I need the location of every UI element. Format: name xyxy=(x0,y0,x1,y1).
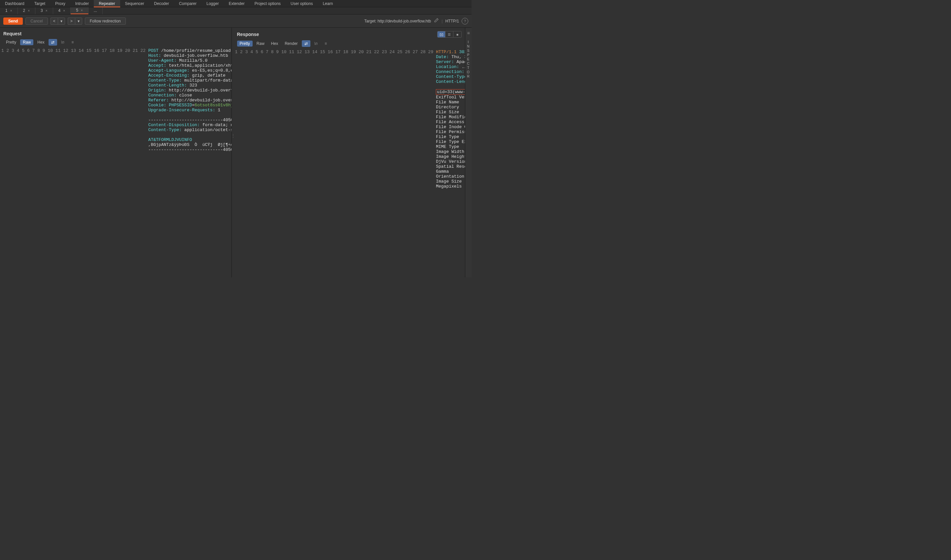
close-icon[interactable]: × xyxy=(10,7,12,14)
response-title: Response xyxy=(237,32,259,37)
top-tab-intruder[interactable]: Intruder xyxy=(70,0,94,7)
target-label: Target: http://devbuild-job.overflow.htb xyxy=(364,19,431,23)
inspector-label: INSPECTOR xyxy=(467,40,470,78)
top-tab-comparer[interactable]: Comparer xyxy=(174,0,202,7)
newline-icon[interactable]: \n xyxy=(58,39,67,46)
top-tab-extender[interactable]: Extender xyxy=(224,0,250,7)
sub-tab-...[interactable]: ... xyxy=(88,7,103,14)
view-tab-raw[interactable]: Raw xyxy=(254,41,267,46)
view-tab-hex[interactable]: Hex xyxy=(268,41,281,46)
top-tab-sequencer[interactable]: Sequencer xyxy=(120,0,149,7)
message-actions-icon[interactable]: ⇄ xyxy=(302,40,310,47)
main-split: Request PrettyRawHex⇄\n≡ 1 2 3 4 5 6 7 8… xyxy=(0,28,472,277)
newline-icon[interactable]: \n xyxy=(312,40,320,47)
view-tab-render[interactable]: Render xyxy=(282,41,300,46)
view-tab-pretty[interactable]: Pretty xyxy=(3,39,19,45)
http-version-label: HTTP/1 xyxy=(445,19,459,23)
top-tab-decoder[interactable]: Decoder xyxy=(149,0,174,7)
edit-target-icon[interactable] xyxy=(434,18,439,24)
message-actions-icon[interactable]: ⇄ xyxy=(49,39,57,46)
sub-tab-5[interactable]: 5× xyxy=(71,7,88,14)
top-tab-learn[interactable]: Learn xyxy=(318,0,338,7)
request-editor[interactable]: 1 2 3 4 5 6 7 8 9 10 11 12 13 14 15 16 1… xyxy=(0,48,231,277)
layout-single-icon[interactable]: ■ xyxy=(453,31,461,37)
request-title: Request xyxy=(3,31,22,36)
sub-tab-4[interactable]: 4× xyxy=(53,7,71,14)
response-view-tabs: PrettyRawHexRender⇄\n≡ xyxy=(234,40,465,49)
nav-forward-button[interactable]: > xyxy=(68,17,75,25)
follow-redirection-button[interactable]: Follow redirection xyxy=(85,17,126,25)
top-tab-repeater[interactable]: Repeater xyxy=(94,0,120,7)
help-icon[interactable]: ? xyxy=(462,18,468,25)
close-icon[interactable]: × xyxy=(63,7,65,14)
inspector-sidebar: ≡ INSPECTOR xyxy=(465,28,472,277)
request-view-tabs: PrettyRawHex⇄\n≡ xyxy=(0,39,231,48)
top-tab-logger[interactable]: Logger xyxy=(202,0,223,7)
close-icon[interactable]: × xyxy=(46,7,48,14)
repeater-sub-tabs: 1×2×3×4×5×... xyxy=(0,7,472,14)
nav-back-button[interactable]: < xyxy=(51,17,58,25)
view-tab-pretty[interactable]: Pretty xyxy=(237,41,252,46)
hamburger-icon[interactable]: ≡ xyxy=(68,39,77,46)
close-icon[interactable]: × xyxy=(28,7,30,14)
nav-back-group: < ▾ xyxy=(51,17,65,25)
layout-rows-icon[interactable]: ☰ xyxy=(445,31,453,37)
top-tab-bar: DashboardTargetProxyIntruderRepeaterSequ… xyxy=(0,0,472,7)
sub-tab-3[interactable]: 3× xyxy=(35,7,53,14)
top-tab-proxy[interactable]: Proxy xyxy=(50,0,70,7)
layout-switcher: ▯▯ ☰ ■ xyxy=(437,31,462,38)
response-viewer[interactable]: 1 2 3 4 5 6 7 8 9 10 11 12 13 14 15 16 1… xyxy=(234,49,465,277)
response-panel: Response ▯▯ ☰ ■ PrettyRawHexRender⇄\n≡ 1… xyxy=(234,28,465,277)
top-tab-target[interactable]: Target xyxy=(29,0,50,7)
split-handle[interactable] xyxy=(232,28,234,277)
top-tab-user-options[interactable]: User options xyxy=(286,0,318,7)
sub-tab-2[interactable]: 2× xyxy=(18,7,35,14)
sub-tab-1[interactable]: 1× xyxy=(0,7,18,14)
inspector-toggle-icon[interactable]: ≡ xyxy=(467,30,469,35)
nav-forward-dropdown[interactable]: ▾ xyxy=(75,17,82,25)
action-bar: Send Cancel < ▾ > ▾ Follow redirection T… xyxy=(0,14,472,28)
view-tab-raw[interactable]: Raw xyxy=(20,39,33,45)
view-tab-hex[interactable]: Hex xyxy=(35,39,47,45)
send-button[interactable]: Send xyxy=(3,17,23,25)
close-icon[interactable]: × xyxy=(81,7,83,14)
nav-forward-group: > ▾ xyxy=(68,17,82,25)
cancel-button[interactable]: Cancel xyxy=(25,17,48,25)
nav-back-dropdown[interactable]: ▾ xyxy=(58,17,65,25)
hamburger-icon[interactable]: ≡ xyxy=(322,40,330,47)
request-panel: Request PrettyRawHex⇄\n≡ 1 2 3 4 5 6 7 8… xyxy=(0,28,232,277)
layout-columns-icon[interactable]: ▯▯ xyxy=(437,31,445,37)
top-tab-dashboard[interactable]: Dashboard xyxy=(0,0,29,7)
top-tab-project-options[interactable]: Project options xyxy=(250,0,286,7)
